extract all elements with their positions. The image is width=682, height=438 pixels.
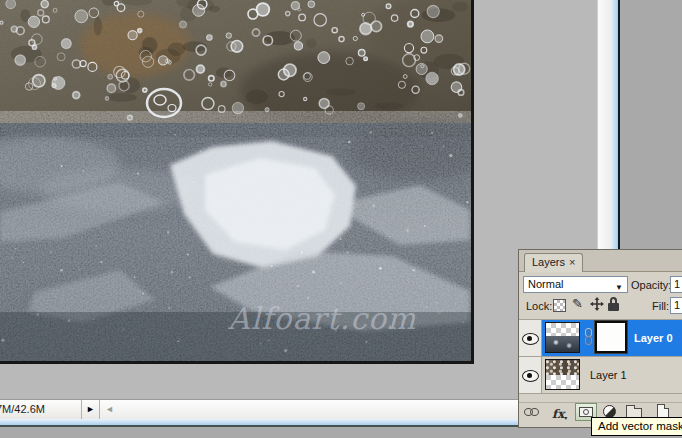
mask-icon xyxy=(579,407,593,417)
fx-caret-icon: ▾ xyxy=(564,415,567,421)
layer-name[interactable]: Layer 1 xyxy=(590,369,627,381)
layer-thumbnail[interactable] xyxy=(545,359,580,390)
layer-mask-thumbnail[interactable] xyxy=(595,321,627,353)
lock-label: Lock: xyxy=(526,300,552,312)
layers-panel: Layers× Normal ▼ Opacity: 1 Lock: ✎ Fill… xyxy=(518,249,682,428)
blend-mode-value: Normal xyxy=(528,278,563,290)
tooltip-text: Add vector mask xyxy=(598,420,682,432)
document-canvas[interactable]: Alfoart.com xyxy=(0,0,474,364)
lock-all-padlock-icon[interactable] xyxy=(608,297,620,312)
visibility-cell[interactable] xyxy=(519,357,542,393)
lock-pixels-brush-icon[interactable]: ✎ xyxy=(572,297,583,311)
fill-value: 1 xyxy=(674,299,680,311)
right-arrow-icon: ► xyxy=(86,404,95,414)
opacity-value: 1 xyxy=(674,278,680,290)
layer-thumbnail[interactable] xyxy=(545,322,580,353)
opacity-input[interactable]: 1 xyxy=(670,276,682,293)
panel-tab-strip: Layers× xyxy=(519,250,682,272)
lock-transparency-button[interactable] xyxy=(553,299,566,312)
scroll-left-arrow-icon[interactable]: ◄ xyxy=(105,404,114,414)
link-layers-icon[interactable] xyxy=(524,405,540,419)
fill-label: Fill: xyxy=(652,300,669,312)
layer-row-layer1[interactable]: Layer 1 xyxy=(519,357,682,394)
blend-mode-select[interactable]: Normal ▼ xyxy=(523,276,628,293)
app-background-bottom xyxy=(0,427,682,438)
new-layer-icon[interactable] xyxy=(657,404,669,418)
chevron-down-icon: ▼ xyxy=(615,280,623,295)
tooltip: Add vector mask xyxy=(591,417,682,436)
layers-list: Layer 0 Layer 1 xyxy=(519,319,682,320)
tab-layers-label: Layers xyxy=(532,256,565,268)
layer-style-fx-button[interactable]: fx▾ xyxy=(552,404,567,422)
layer-row-layer0[interactable]: Layer 0 xyxy=(519,320,682,357)
layer-name[interactable]: Layer 0 xyxy=(634,332,673,344)
fill-input[interactable]: 1 xyxy=(670,297,682,314)
mask-link-icon[interactable] xyxy=(584,328,593,347)
visibility-cell[interactable] xyxy=(519,320,542,356)
status-menu-button[interactable]: ► xyxy=(82,400,99,419)
ice-photo xyxy=(0,0,471,361)
document-size-readout: 7M/42.6M xyxy=(0,403,45,415)
pasteboard: Alfoart.com xyxy=(0,0,597,399)
tab-layers[interactable]: Layers× xyxy=(524,253,583,272)
opacity-label: Opacity: xyxy=(631,279,671,291)
tab-close-icon[interactable]: × xyxy=(569,256,575,268)
eye-icon[interactable] xyxy=(522,370,539,382)
eye-icon[interactable] xyxy=(522,333,539,345)
lock-position-move-icon[interactable] xyxy=(590,297,604,311)
